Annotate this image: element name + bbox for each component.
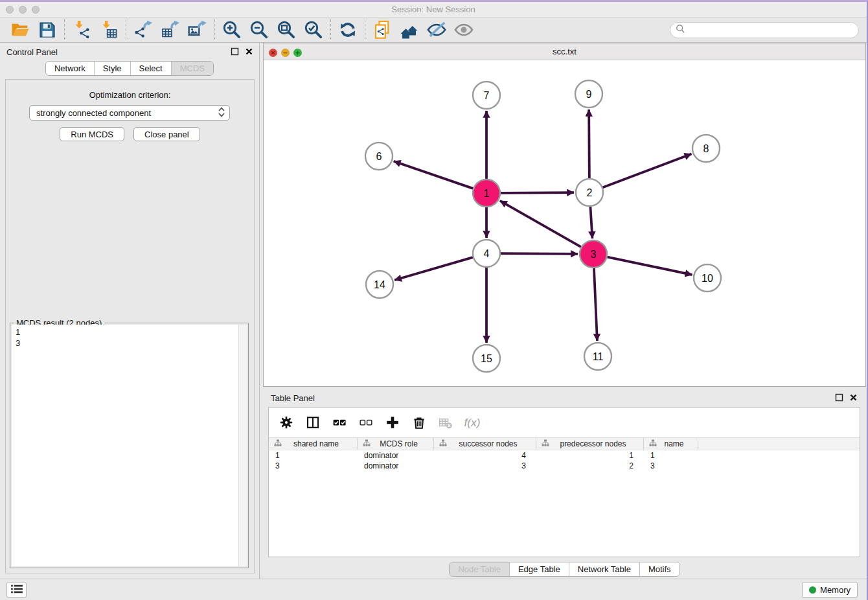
graph-edge-3-1[interactable] (500, 201, 581, 247)
tab-select[interactable]: Select (130, 62, 171, 75)
table-cell[interactable]: 3 (269, 461, 358, 471)
table-cell[interactable]: dominator (358, 461, 434, 471)
zoom-out-icon[interactable] (246, 19, 273, 41)
graph-node-10[interactable]: 10 (694, 264, 721, 292)
graph-edge-2-8[interactable] (603, 154, 692, 187)
show-all-icon[interactable] (450, 19, 477, 41)
tab-style[interactable]: Style (94, 62, 130, 75)
column-header-name[interactable]: name (644, 438, 698, 450)
table-cell[interactable]: 4 (434, 450, 536, 461)
float-panel-icon[interactable] (230, 47, 240, 56)
table-cell[interactable]: dominator (358, 450, 434, 461)
graph-node-8[interactable]: 8 (692, 135, 720, 162)
tab-node-table[interactable]: Node Table (450, 562, 509, 576)
graph-node-label: 9 (586, 89, 592, 100)
zoom-selected-icon[interactable] (300, 19, 327, 41)
table-cell[interactable]: 1 (269, 450, 358, 461)
delete-column-icon[interactable] (411, 414, 428, 431)
graph-node-11[interactable]: 11 (584, 343, 611, 370)
table-cell[interactable]: 2 (536, 461, 644, 471)
hide-selected-icon[interactable] (423, 19, 450, 41)
graph-edge-1-2[interactable] (501, 192, 574, 193)
graph-node-2[interactable]: 2 (576, 179, 603, 206)
tab-mcds[interactable]: MCDS (171, 62, 213, 75)
table-cell[interactable]: 1 (536, 450, 644, 461)
svg-text:f(x): f(x) (464, 416, 481, 429)
graph-node-3[interactable]: 3 (580, 240, 607, 268)
tab-edge-table[interactable]: Edge Table (509, 562, 569, 576)
graph-edge-4-3[interactable] (501, 253, 578, 254)
task-history-button[interactable] (6, 582, 27, 598)
tab-network[interactable]: Network (46, 62, 94, 75)
mcds-result-groupbox: MCDS result (2 nodes) 13 (10, 323, 249, 568)
apply-layout-icon[interactable] (334, 19, 361, 41)
graph-edge-2-9[interactable] (589, 110, 589, 178)
graph-node-7[interactable]: 7 (473, 82, 500, 109)
graph-edge-4-14[interactable] (394, 257, 473, 280)
table-panel-header: Table Panel (263, 389, 866, 407)
add-column-icon[interactable] (384, 414, 401, 431)
close-panel-button[interactable]: Close panel (133, 127, 200, 141)
graph-node-label: 3 (591, 249, 597, 260)
node-table-container: f(x) shared nameMCDS rolesuccessor nodes… (268, 407, 860, 557)
run-mcds-button[interactable]: Run MCDS (60, 127, 124, 141)
gear-icon[interactable] (278, 414, 295, 431)
export-table-icon[interactable] (157, 19, 184, 41)
export-image-icon[interactable] (184, 19, 211, 41)
float-table-panel-icon[interactable] (834, 393, 844, 402)
graph-node-4[interactable]: 4 (473, 240, 500, 267)
home-icon[interactable] (396, 19, 423, 41)
search-input[interactable] (688, 24, 858, 37)
column-header-successor-nodes[interactable]: successor nodes (434, 438, 536, 450)
graph-node-6[interactable]: 6 (365, 143, 393, 170)
table-row[interactable]: 3dominator323 (269, 461, 860, 471)
zoom-in-icon[interactable] (218, 19, 246, 41)
graph-edge-3-11[interactable] (594, 268, 597, 341)
mcds-result-text[interactable]: 13 (12, 325, 247, 566)
tab-network-table[interactable]: Network Table (569, 562, 639, 576)
graph-node-14[interactable]: 14 (366, 271, 393, 298)
table-panel-title: Table Panel (271, 393, 315, 403)
zoom-fit-icon[interactable] (273, 19, 300, 41)
export-network-icon[interactable] (130, 19, 157, 41)
select-all-icon[interactable] (331, 414, 348, 431)
network-graph[interactable]: 7968124314101511 (264, 60, 865, 386)
close-table-panel-icon[interactable] (849, 393, 858, 402)
graph-node-label: 7 (484, 90, 490, 101)
column-header-predecessor-nodes[interactable]: predecessor nodes (536, 438, 644, 450)
column-header-MCDS-role[interactable]: MCDS role (358, 438, 434, 450)
column-type-icon (439, 439, 447, 449)
node-table: shared nameMCDS rolesuccessor nodesprede… (269, 437, 860, 471)
import-network-icon[interactable] (68, 19, 95, 41)
deselect-all-icon[interactable] (358, 414, 374, 431)
network-canvas[interactable]: 7968124314101511 (264, 60, 865, 386)
graph-node-15[interactable]: 15 (473, 345, 500, 372)
network-view-titlebar: scc.txt (264, 43, 865, 60)
table-header-row: shared nameMCDS rolesuccessor nodesprede… (269, 437, 860, 450)
tab-motifs[interactable]: Motifs (639, 562, 680, 576)
table-cell[interactable]: 3 (644, 461, 698, 471)
toolbar-separator (365, 19, 365, 40)
memory-status-icon (809, 586, 816, 594)
graph-edge-2-3[interactable] (590, 207, 592, 238)
search-box[interactable] (670, 22, 859, 38)
graph-node-1[interactable]: 1 (473, 179, 500, 207)
open-session-icon[interactable] (6, 19, 34, 41)
column-header-shared-name[interactable]: shared name (269, 438, 358, 450)
table-cell[interactable]: 1 (644, 450, 698, 461)
graph-node-label: 8 (703, 143, 709, 154)
result-scrollbar[interactable] (238, 325, 247, 566)
split-panel-icon[interactable] (304, 414, 321, 431)
close-panel-icon[interactable] (244, 47, 254, 56)
graph-edge-1-6[interactable] (394, 161, 473, 189)
table-cell[interactable]: 3 (434, 461, 536, 471)
graph-edge-3-10[interactable] (608, 257, 692, 275)
criterion-dropdown[interactable]: strongly connected component (29, 105, 230, 121)
table-row[interactable]: 1dominator411 (269, 450, 860, 461)
import-table-icon[interactable] (95, 19, 122, 41)
memory-button[interactable]: Memory (802, 582, 858, 598)
graph-node-9[interactable]: 9 (575, 80, 602, 108)
clone-network-icon[interactable] (369, 19, 396, 41)
save-session-icon[interactable] (34, 19, 61, 41)
search-icon (676, 24, 685, 36)
